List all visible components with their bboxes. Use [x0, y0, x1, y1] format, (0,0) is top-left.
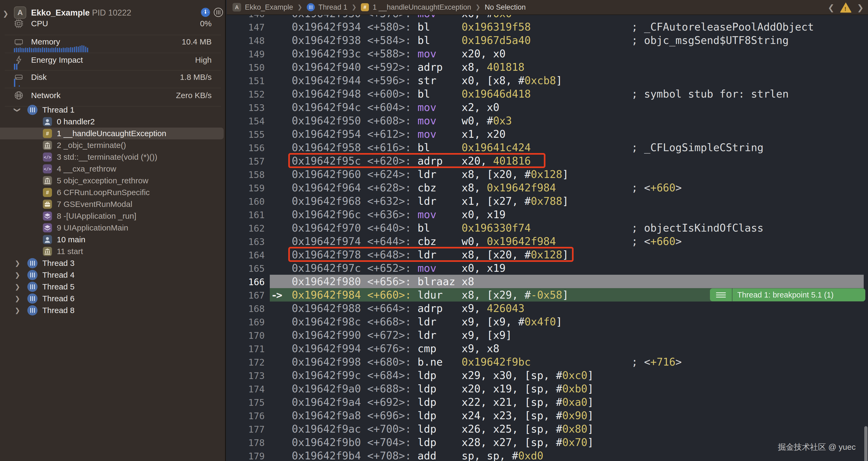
gauge-network[interactable]: Network Zero KB/s	[0, 90, 226, 101]
stack-frame-label: 0 handler2	[57, 117, 95, 126]
assembly-line-178[interactable]: 178 0x19642f9b0 <+704>: ldp x28, x27, [s…	[227, 435, 868, 449]
chevron-right-icon[interactable]: ❯	[15, 307, 20, 314]
assembly-line-157[interactable]: 157 0x19642f95c <+620>: adrp x20, 401816	[227, 154, 868, 167]
stack-frame-row[interactable]: 9 UIApplicationMain	[0, 222, 226, 234]
assembly-line-175[interactable]: 175 0x19642f9a4 <+692>: ldp x22, x21, [s…	[227, 395, 868, 409]
assembly-line-165[interactable]: 165 0x19642f97c <+652>: mov x0, x19	[227, 261, 868, 275]
chevron-right-icon[interactable]: ❯	[15, 259, 20, 267]
stack-frame-row[interactable]: 8 -[UIApplication _run]	[0, 210, 226, 222]
instruction-text: 0x19642f93c <+588>: mov x20, x0	[292, 48, 505, 60]
stack-frame-row[interactable]: </> 3 std::__terminate(void (*)())	[0, 151, 226, 163]
chevron-down-icon[interactable]: ❯	[14, 107, 21, 113]
line-number: 168	[227, 303, 265, 314]
line-number: 157	[227, 156, 265, 167]
process-title: Ekko_Example PID 10222	[31, 8, 131, 18]
gauge-value: High	[195, 56, 212, 65]
stack-frame-label: 4 __cxa_rethrow	[57, 164, 116, 174]
bank-icon	[43, 176, 52, 185]
assembly-line-177[interactable]: 177 0x19642f9ac <+700>: ldp x26, x25, [s…	[227, 422, 868, 435]
line-number: 163	[227, 236, 265, 247]
threads-view-icon[interactable]	[214, 7, 223, 17]
gauge-disk[interactable]: Disk 1.8 MB/s	[0, 71, 226, 83]
line-number: 154	[227, 116, 265, 126]
assembly-line-155[interactable]: 155 0x19642f954 <+612>: mov x1, x20	[227, 127, 868, 141]
assembly-line-154[interactable]: 154 0x19642f950 <+608>: mov w0, #0x3	[227, 114, 868, 127]
navigate-back-icon[interactable]: ❮	[828, 3, 835, 12]
assembly-line-148[interactable]: 148 0x19642f938 <+584>: bl 0x1967d5a40 ;…	[227, 33, 868, 47]
instruction-text: 0x19642f960 <+624>: ldr x8, [x20, #0x128…	[292, 168, 568, 181]
thread-icon	[27, 105, 37, 115]
assembly-line-152[interactable]: 152 0x19642f948 <+600>: bl 0x19646d418 ;…	[227, 87, 868, 100]
performance-gauge-icon[interactable]	[201, 7, 210, 17]
stack-frame-row[interactable]: # 1 __handleUncaughtException	[0, 128, 226, 140]
assembly-line-168[interactable]: 168 0x19642f988 <+664>: adrp x9, 426043	[227, 302, 868, 315]
navigate-forward-icon[interactable]: ❯	[857, 3, 864, 12]
assembly-line-150[interactable]: 150 0x19642f940 <+592>: adrp x8, 401818	[227, 60, 868, 74]
thread-row-collapsed[interactable]: ❯ Thread 6	[0, 293, 226, 305]
instruction-text: 0x19642f9a0 <+688>: ldp x20, x19, [sp, #…	[292, 383, 594, 395]
warning-exclamation: !	[844, 6, 846, 12]
stack-frame-row[interactable]: # 6 CFRunLoopRunSpecific	[0, 187, 226, 198]
thread-row-thread1[interactable]: ❯ Thread 1	[0, 104, 226, 116]
breadcrumb-item-frame[interactable]: 1 __handleUncaughtException	[373, 3, 471, 11]
line-number: 171	[227, 344, 265, 354]
breadcrumb-item-thread[interactable]: Thread 1	[318, 3, 347, 11]
stack-frame-label: 2 _objc_terminate()	[57, 141, 126, 150]
assembly-line-147[interactable]: 147 0x19642f934 <+580>: bl 0x196319f58 ;…	[227, 20, 868, 33]
stack-frame-row[interactable]: 7 GSEventRunModal	[0, 198, 226, 210]
chevron-right-icon[interactable]: ❯	[15, 295, 20, 302]
breadcrumb-item-process[interactable]: Ekko_Example	[245, 3, 293, 11]
assembly-line-176[interactable]: 176 0x19642f9a8 <+696>: ldp x24, x23, [s…	[227, 409, 868, 422]
stack-frame-label: 9 UIApplicationMain	[57, 223, 128, 233]
stack-frame-row[interactable]: 5 objc_exception_rethrow	[0, 175, 226, 187]
chevron-down-icon[interactable]: ❯	[3, 10, 8, 18]
gauge-value: 1.8 MB/s	[180, 73, 212, 82]
thread-row-collapsed[interactable]: ❯ Thread 5	[0, 281, 226, 293]
assembly-line-170[interactable]: 170 0x19642f990 <+672>: ldr x9, [x9]	[227, 328, 868, 342]
svg-text:</>: </>	[44, 167, 51, 172]
breadcrumb-item-selection[interactable]: No Selection	[485, 3, 526, 11]
process-pid: PID 10222	[92, 8, 131, 18]
assembly-line-172[interactable]: 172 0x19642f998 <+680>: b.ne 0x19642f9bc…	[227, 355, 868, 369]
assembly-line-166[interactable]: 166 0x19642f980 <+656>: blraaz x8	[227, 275, 868, 288]
chevron-right-icon[interactable]: ❯	[15, 271, 20, 279]
assembly-line-153[interactable]: 153 0x19642f94c <+604>: mov x2, x0	[227, 100, 868, 114]
hamburger-icon[interactable]	[710, 288, 733, 301]
assembly-line-158[interactable]: 158 0x19642f960 <+624>: ldr x8, [x20, #0…	[227, 167, 868, 181]
gauge-cpu[interactable]: CPU 0%	[0, 18, 226, 29]
assembly-line-156[interactable]: 156 0x19642f958 <+616>: bl 0x19641c424 ;…	[227, 141, 868, 154]
thread-row-collapsed[interactable]: ❯ Thread 8	[0, 305, 226, 316]
stack-frame-row[interactable]: 2 _objc_terminate()	[0, 140, 226, 151]
instruction-text: 0x19642f948 <+600>: bl 0x19646d418 ; sym…	[292, 88, 789, 100]
line-number: 158	[227, 170, 265, 180]
person-icon	[43, 235, 52, 244]
stack-frame-row[interactable]: </> 4 __cxa_rethrow	[0, 163, 226, 175]
assembly-line-179[interactable]: 179 0x19642f9b4 <+708>: add sp, sp, #0xd…	[227, 449, 868, 461]
chevron-right-icon[interactable]: ❯	[15, 283, 20, 290]
stack-frame-row[interactable]: 10 main	[0, 234, 226, 246]
gauge-energy[interactable]: Energy Impact High	[0, 54, 226, 66]
assembly-line-173[interactable]: 173 0x19642f99c <+684>: ldp x29, x30, [s…	[227, 369, 868, 382]
warning-icon[interactable]: !	[840, 2, 852, 12]
thread-label: Thread 5	[42, 282, 74, 291]
breakpoint-badge[interactable]: Thread 1: breakpoint 5.1 (1)	[710, 288, 865, 301]
assembly-line-160[interactable]: 160 0x19642f968 <+632>: ldr x1, [x27, #0…	[227, 194, 868, 208]
assembly-line-174[interactable]: 174 0x19642f9a0 <+688>: ldp x20, x19, [s…	[227, 382, 868, 395]
thread-row-collapsed[interactable]: ❯ Thread 3	[0, 257, 226, 269]
assembly-line-163[interactable]: 163 0x19642f974 <+644>: cbz w0, 0x19642f…	[227, 235, 868, 248]
gauge-value: 0%	[200, 19, 212, 28]
stack-frame-row[interactable]: 0 handler2	[0, 116, 226, 128]
assembly-line-149[interactable]: 149 0x19642f93c <+588>: mov x20, x0	[227, 47, 868, 60]
scrollbar-thumb[interactable]	[864, 426, 867, 461]
thread-row-collapsed[interactable]: ❯ Thread 4	[0, 269, 226, 281]
assembly-line-151[interactable]: 151 0x19642f944 <+596>: str x0, [x8, #0x…	[227, 74, 868, 87]
assembly-line-171[interactable]: 171 0x19642f994 <+676>: cmp x9, x8	[227, 342, 868, 355]
assembly-line-159[interactable]: 159 0x19642f964 <+628>: cbz x8, 0x19642f…	[227, 181, 868, 194]
assembly-line-164[interactable]: 164 0x19642f978 <+648>: ldr x8, [x20, #0…	[227, 248, 868, 261]
breadcrumb-separator: ❯	[298, 4, 302, 11]
assembly-line-167[interactable]: 167 -> 0x19642f984 <+660>: ldur x8, [x29…	[227, 288, 868, 302]
assembly-line-169[interactable]: 169 0x19642f98c <+668>: ldr x9, [x9, #0x…	[227, 315, 868, 328]
assembly-line-162[interactable]: 162 0x19642f970 <+640>: bl 0x196330f74 ;…	[227, 221, 868, 235]
stack-frame-row[interactable]: 11 start	[0, 246, 226, 257]
assembly-line-161[interactable]: 161 0x19642f96c <+636>: mov x0, x19	[227, 208, 868, 221]
